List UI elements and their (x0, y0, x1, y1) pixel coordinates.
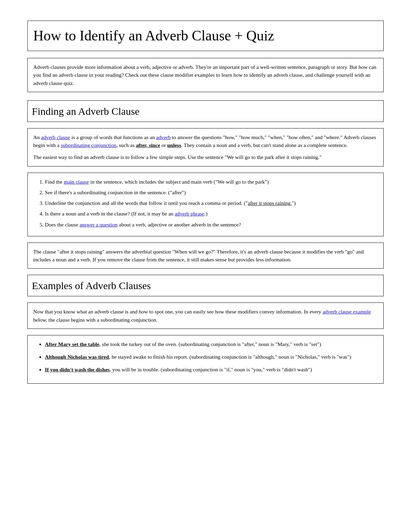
intro-box: Adverb clauses provide more information … (27, 58, 384, 92)
main-clause-link[interactable]: main clause (64, 179, 89, 185)
steps-list: Find the main clause in the sentence, wh… (41, 178, 378, 228)
adverb-phrase-link[interactable]: adverb phrase (175, 211, 204, 216)
section1-title: Finding an Adverb Clause (27, 100, 384, 122)
example-1: After Mary set the table, she took the t… (45, 340, 378, 348)
unless-text: unless (167, 142, 181, 148)
section1-para1: An adverb clause is a group of words tha… (33, 133, 378, 149)
subordinating-conjunction-link[interactable]: subordinating conjunction (61, 142, 116, 148)
examples-list: After Mary set the table, she took the t… (41, 340, 378, 374)
section2-wrapper: Examples of Adverb Clauses Now that you … (27, 275, 384, 383)
section2-title: Examples of Adverb Clauses (27, 275, 384, 296)
step-3: Underline the conjunction and all the wo… (45, 199, 378, 207)
page-title: How to Identify an Adverb Clause + Quiz (27, 21, 384, 51)
conclusion-box: The clause "after it stops raining" answ… (27, 243, 384, 269)
examples-list-box: After Mary set the table, she took the t… (27, 335, 384, 384)
section2-intro-box: Now that you know what an adverb clause … (27, 302, 384, 329)
example2-clause: Although Nicholas was tired (45, 354, 109, 360)
step-2: See if there's a subordinating conjuncti… (45, 188, 378, 196)
step-1: Find the main clause in the sentence, wh… (45, 178, 378, 186)
section1-wrapper: Finding an Adverb Clause An adverb claus… (27, 100, 384, 269)
conclusion-text: The clause "after it stops raining" answ… (33, 248, 378, 264)
section2-intro-text: Now that you know what an adverb clause … (33, 308, 378, 324)
adverb-link[interactable]: adverb (156, 134, 171, 140)
steps-list-box: Find the main clause in the sentence, wh… (27, 173, 384, 236)
adverb-clause-link[interactable]: adverb clause (41, 134, 70, 140)
after-since-text: after, since (136, 142, 160, 148)
adverb-clause-example-link[interactable]: adverb clause example (323, 309, 371, 314)
intro-text: Adverb clauses provide more information … (33, 63, 378, 87)
example1-clause: After Mary set the table (45, 341, 99, 347)
example3-clause: If you didn't wash the dishes (45, 367, 110, 372)
example-3: If you didn't wash the dishes, you will … (45, 366, 378, 373)
answer-a-question-link[interactable]: answer a question (79, 222, 117, 227)
example-2: Although Nicholas was tired, he stayed a… (45, 353, 378, 361)
underline-example: after it stops raining. (248, 200, 292, 206)
section1-content: An adverb clause is a group of words tha… (27, 128, 384, 166)
section1-para2: The easiest way to find an adverb clause… (33, 153, 378, 161)
step-5: Does the clause answer a question about … (45, 221, 378, 228)
step-4: Is there a noun and a verb in the clause… (45, 210, 378, 218)
